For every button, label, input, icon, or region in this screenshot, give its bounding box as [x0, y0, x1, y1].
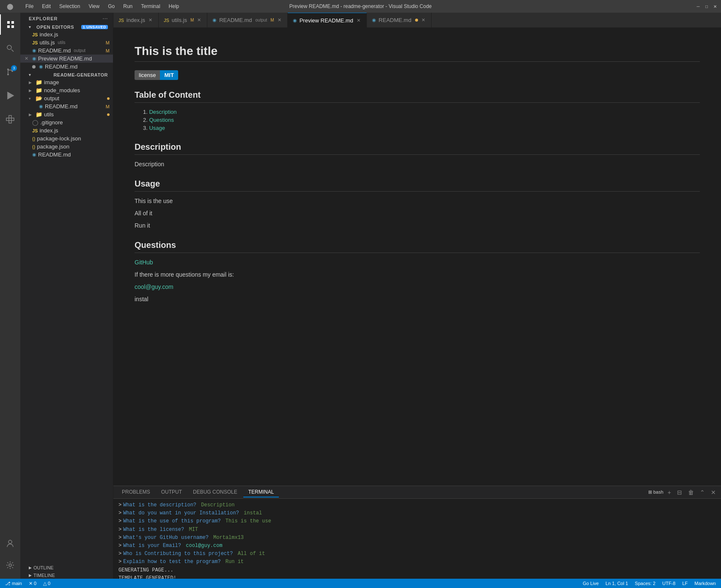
- file-tag: utils: [58, 40, 66, 45]
- terminal-icon: ⊞: [648, 489, 652, 495]
- tab-close-button[interactable]: ✕: [277, 17, 282, 23]
- add-terminal-button[interactable]: +: [666, 488, 673, 497]
- editor-area: This is the title license MIT Table of C…: [113, 27, 721, 486]
- toc-item-3[interactable]: Usage: [143, 124, 700, 132]
- github-link[interactable]: GitHub: [135, 259, 153, 266]
- maximize-button[interactable]: □: [704, 4, 709, 9]
- ln-col-label: Ln 1, Col 1: [605, 581, 628, 586]
- md-icon: ◉: [39, 64, 43, 69]
- tab-close-button[interactable]: ✕: [148, 17, 153, 23]
- toc-item-2[interactable]: Questions: [143, 116, 700, 124]
- language-label: Markdown: [694, 581, 716, 586]
- activity-search-icon[interactable]: [0, 38, 20, 58]
- toc-link-description[interactable]: Description: [149, 109, 176, 115]
- dot-icon: [32, 65, 36, 69]
- folder-node-modules[interactable]: ▶ 📁 node_modules: [20, 86, 113, 94]
- menu-edit[interactable]: Edit: [39, 3, 54, 10]
- status-encoding[interactable]: UTF-8: [660, 581, 677, 586]
- file-gitignore[interactable]: ◯ .gitignore: [20, 118, 113, 126]
- md-icon: ◉: [39, 104, 43, 109]
- folder-image[interactable]: ▶ 📁 image: [20, 78, 113, 86]
- md-preview-icon: ◉: [32, 56, 36, 61]
- open-editor-utilsjs[interactable]: JS utils.js utils M: [20, 38, 113, 47]
- activity-debug-icon[interactable]: [0, 85, 20, 106]
- status-errors[interactable]: ✕ 0: [27, 581, 38, 586]
- tab-label: README.md: [379, 17, 411, 23]
- terminal-line: > Who is Contributing to this project? A…: [118, 550, 716, 558]
- status-language[interactable]: Markdown: [693, 581, 718, 586]
- file-output-readmemd[interactable]: ◉ README.md M: [20, 102, 113, 110]
- file-indexjs[interactable]: JS index.js: [20, 126, 113, 135]
- menu-file[interactable]: File: [22, 3, 37, 10]
- tab-label: index.js: [127, 17, 145, 23]
- tab-close-button[interactable]: ✕: [356, 17, 361, 24]
- tab-close-button[interactable]: ✕: [421, 17, 426, 23]
- folder-icon: 📁: [36, 79, 42, 85]
- file-readmemd[interactable]: ◉ README.md: [20, 151, 113, 159]
- vscode-logo-icon: ⬤: [3, 2, 17, 11]
- js-icon: JS: [32, 128, 38, 133]
- outline-section[interactable]: ▶ OUTLINE: [20, 563, 113, 571]
- source-control-badge: 3: [11, 65, 17, 71]
- status-branch[interactable]: ⎇ main: [3, 581, 24, 586]
- close-button[interactable]: ✕: [713, 4, 718, 9]
- email-link[interactable]: cool@guy.com: [135, 283, 173, 290]
- file-icon: ◯: [32, 119, 39, 126]
- menu-selection[interactable]: Selection: [56, 3, 83, 10]
- toc-item-1[interactable]: Description: [143, 108, 700, 116]
- folder-output[interactable]: ▾ 📂 output: [20, 94, 113, 102]
- tab-utilsjs[interactable]: JS utils.js M ✕: [159, 13, 207, 27]
- tab-output[interactable]: OUTPUT: [156, 487, 187, 497]
- tab-readmemd-dot[interactable]: ◉ README.md ✕: [367, 13, 432, 27]
- menu-help[interactable]: Help: [165, 3, 183, 10]
- tab-close-button[interactable]: ✕: [196, 17, 202, 23]
- maximize-panel-button[interactable]: ⌃: [698, 488, 707, 497]
- timeline-label: TIMELINE: [33, 573, 55, 578]
- open-editor-indexjs[interactable]: JS index.js: [20, 30, 113, 38]
- tab-problems[interactable]: PROBLEMS: [117, 487, 155, 497]
- badge-right-label: MIT: [160, 70, 178, 80]
- sidebar-more-icon[interactable]: ···: [103, 16, 108, 21]
- open-editor-readmemd[interactable]: ◉ README.md output M: [20, 47, 113, 55]
- status-warnings[interactable]: △ 0: [41, 581, 52, 586]
- terminal-tabs-left: PROBLEMS OUTPUT DEBUG CONSOLE TERMINAL: [117, 487, 279, 497]
- activity-source-control-icon[interactable]: 3: [0, 62, 20, 82]
- menu-terminal[interactable]: Terminal: [138, 3, 163, 10]
- split-terminal-button[interactable]: ⊟: [675, 488, 684, 497]
- tab-debug-console[interactable]: DEBUG CONSOLE: [188, 487, 242, 497]
- status-spaces[interactable]: Spaces: 2: [633, 581, 657, 586]
- activity-settings-icon[interactable]: [0, 555, 20, 575]
- menu-run[interactable]: Run: [120, 3, 136, 10]
- trash-terminal-button[interactable]: 🗑: [686, 488, 696, 497]
- file-package-lock[interactable]: {} package-lock.json: [20, 135, 113, 143]
- timeline-section[interactable]: ▶ TIMELINE: [20, 571, 113, 579]
- tab-label: README.md: [219, 17, 252, 23]
- folder-utils[interactable]: ▶ 📁 utils: [20, 110, 113, 118]
- activity-explorer-icon[interactable]: [0, 14, 20, 35]
- menu-go[interactable]: Go: [105, 3, 118, 10]
- window-controls: ─ □ ✕: [696, 4, 718, 9]
- status-ln-col[interactable]: Ln 1, Col 1: [604, 581, 630, 586]
- file-package-json[interactable]: {} package.json: [20, 143, 113, 151]
- open-editor-preview-readmemd[interactable]: ✕ ◉ Preview README.md: [20, 55, 113, 63]
- toc-link-questions[interactable]: Questions: [149, 117, 174, 123]
- open-editors-section[interactable]: ▾ OPEN EDITORS 1 UNSAVED: [20, 23, 113, 30]
- status-eol[interactable]: LF: [680, 581, 689, 586]
- open-editor-readme2[interactable]: ◉ README.md: [20, 63, 113, 71]
- project-section[interactable]: ▾ README-GENERATOR: [20, 71, 113, 78]
- activity-extensions-icon[interactable]: [0, 109, 20, 129]
- minimize-button[interactable]: ─: [696, 4, 701, 9]
- tab-terminal[interactable]: TERMINAL: [243, 487, 279, 497]
- activity-account-icon[interactable]: [0, 533, 20, 553]
- close-panel-button[interactable]: ✕: [709, 488, 718, 497]
- tab-readmemd-output[interactable]: ◉ README.md output M ✕: [207, 13, 287, 27]
- terminal-content[interactable]: > What is the description? Description >…: [113, 499, 721, 579]
- term-prompt: >: [118, 550, 121, 558]
- tab-preview-readmemd[interactable]: ◉ Preview README.md ✕: [288, 13, 367, 27]
- tab-indexjs[interactable]: JS index.js ✕: [113, 13, 159, 27]
- menu-view[interactable]: View: [85, 3, 103, 10]
- unsaved-badge: 1 UNSAVED: [81, 25, 108, 29]
- toc-link-usage[interactable]: Usage: [149, 125, 165, 131]
- status-go-live[interactable]: Go Live: [581, 581, 600, 586]
- close-icon[interactable]: ✕: [25, 56, 28, 61]
